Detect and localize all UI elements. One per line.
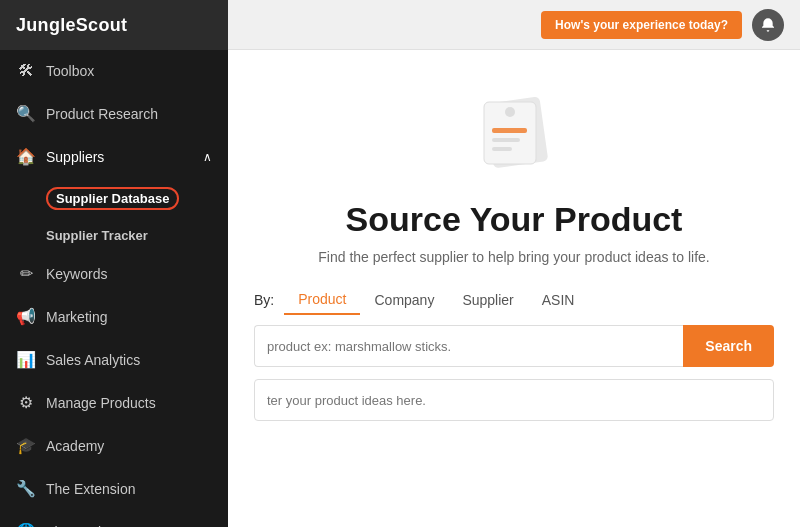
sidebar-item-keywords[interactable]: ✏ Keywords xyxy=(0,252,228,295)
extension-icon: 🔧 xyxy=(16,479,36,498)
supplier-tracker-label: Supplier Tracker xyxy=(46,228,148,243)
notification-icon[interactable] xyxy=(752,9,784,41)
search-input[interactable] xyxy=(254,325,683,367)
marketing-icon: 📢 xyxy=(16,307,36,326)
sidebar-item-supplier-tracker[interactable]: Supplier Tracker xyxy=(0,219,228,252)
content-area: Source Your Product Find the perfect sup… xyxy=(228,50,800,527)
sidebar-item-label: The Extension xyxy=(46,481,136,497)
tag-illustration xyxy=(464,80,564,180)
sidebar-logo: JungleScout xyxy=(0,0,228,50)
sidebar-item-label: Suppliers xyxy=(46,149,104,165)
topbar: How's your experience today? xyxy=(228,0,800,50)
idea-input-row xyxy=(254,379,774,421)
main-subheadline: Find the perfect supplier to help bring … xyxy=(318,249,709,265)
academy-icon: 🎓 xyxy=(16,436,36,455)
sidebar-item-label: Manage Products xyxy=(46,395,156,411)
svg-point-2 xyxy=(505,107,515,117)
manage-icon: ⚙ xyxy=(16,393,36,412)
idea-input[interactable] xyxy=(254,379,774,421)
chevron-up-icon: ∧ xyxy=(203,150,212,164)
by-label: By: xyxy=(254,292,274,308)
sidebar-item-manage-products[interactable]: ⚙ Manage Products xyxy=(0,381,228,424)
sidebar-item-supplier-database[interactable]: Supplier Database xyxy=(0,178,228,219)
search-icon: 🔍 xyxy=(16,104,36,123)
sidebar-item-label: Product Research xyxy=(46,106,158,122)
svg-rect-4 xyxy=(492,138,520,142)
sidebar-item-product-research[interactable]: 🔍 Product Research xyxy=(0,92,228,135)
suppliers-submenu: Supplier Database Supplier Tracker xyxy=(0,178,228,252)
sidebar-item-sales-analytics[interactable]: 📊 Sales Analytics xyxy=(0,338,228,381)
market-icon: 🌐 xyxy=(16,522,36,527)
sidebar-item-suppliers[interactable]: 🏠 Suppliers ∧ xyxy=(0,135,228,178)
sidebar-item-toolbox[interactable]: 🛠 Toolbox xyxy=(0,50,228,92)
suppliers-icon: 🏠 xyxy=(16,147,36,166)
main-panel: How's your experience today? Source Your… xyxy=(228,0,800,527)
search-button[interactable]: Search xyxy=(683,325,774,367)
logo-text: JungleScout xyxy=(16,15,127,36)
experience-button[interactable]: How's your experience today? xyxy=(541,11,742,39)
tab-product[interactable]: Product xyxy=(284,285,360,315)
sidebar-item-academy[interactable]: 🎓 Academy xyxy=(0,424,228,467)
svg-rect-3 xyxy=(492,128,527,133)
tab-asin[interactable]: ASIN xyxy=(528,286,589,314)
sidebar-item-label: Sales Analytics xyxy=(46,352,140,368)
search-input-row: Search xyxy=(254,325,774,367)
search-tabs: By: Product Company Supplier ASIN xyxy=(254,285,774,315)
sidebar-item-the-market[interactable]: 🌐 The Market xyxy=(0,510,228,527)
svg-rect-5 xyxy=(492,147,512,151)
supplier-database-label: Supplier Database xyxy=(46,187,179,210)
toolbox-icon: 🛠 xyxy=(16,62,36,80)
sidebar-item-label: Academy xyxy=(46,438,104,454)
tab-supplier[interactable]: Supplier xyxy=(448,286,527,314)
sidebar: JungleScout 🛠 Toolbox 🔍 Product Research… xyxy=(0,0,228,527)
analytics-icon: 📊 xyxy=(16,350,36,369)
main-headline: Source Your Product xyxy=(346,200,683,239)
sidebar-nav: 🛠 Toolbox 🔍 Product Research 🏠 Suppliers… xyxy=(0,50,228,527)
sidebar-item-label: Keywords xyxy=(46,266,107,282)
sidebar-item-marketing[interactable]: 📢 Marketing xyxy=(0,295,228,338)
tab-company[interactable]: Company xyxy=(360,286,448,314)
sidebar-item-label: The Market xyxy=(46,524,117,528)
keywords-icon: ✏ xyxy=(16,264,36,283)
sidebar-item-the-extension[interactable]: 🔧 The Extension xyxy=(0,467,228,510)
sidebar-item-label: Toolbox xyxy=(46,63,94,79)
sidebar-item-label: Marketing xyxy=(46,309,107,325)
